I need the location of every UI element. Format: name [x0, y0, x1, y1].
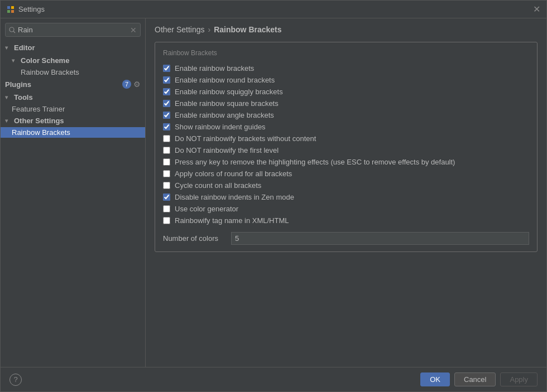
option-label: Show rainbow indent guides	[175, 123, 266, 131]
sidebar-item-label: Editor	[14, 43, 35, 52]
settings-panel: Rainbow Brackets Enable rainbow brackets…	[155, 42, 538, 252]
option-press-any-key[interactable]: Press any key to remove the highlighting…	[163, 156, 529, 168]
option-label: Do NOT rainbowify brackets without conte…	[175, 134, 316, 143]
apply-button[interactable]: Apply	[500, 372, 538, 386]
checkbox-show-rainbow-indent[interactable]	[163, 123, 170, 130]
panel-title: Rainbow Brackets	[163, 49, 529, 57]
chevron-down-icon: ▾	[12, 57, 18, 64]
option-label: Enable rainbow square brackets	[175, 99, 279, 108]
option-label: Enable rainbow angle brackets	[175, 111, 274, 119]
option-do-not-rainbowify-no-content[interactable]: Do NOT rainbowify brackets without conte…	[163, 133, 529, 144]
content-area: Other Settings › Rainbow Brackets Rainbo…	[146, 18, 546, 367]
cancel-button[interactable]: Cancel	[454, 372, 496, 386]
close-button[interactable]: ✕	[532, 5, 541, 14]
breadcrumb-current: Rainbow Brackets	[214, 25, 281, 34]
app-icon	[6, 5, 15, 14]
sidebar-item-plugins[interactable]: Plugins 7 ⚙	[1, 78, 145, 91]
footer-right: OK Cancel Apply	[420, 372, 538, 386]
plugins-controls: 7 ⚙	[122, 80, 141, 89]
footer-left: ?	[9, 374, 22, 386]
checkbox-enable-rainbow-brackets[interactable]	[163, 65, 170, 72]
svg-rect-2	[7, 10, 10, 13]
checkbox-cycle-count-all[interactable]	[163, 182, 170, 189]
option-label: Enable rainbow round brackets	[175, 76, 275, 84]
checkbox-enable-rainbow-angle[interactable]	[163, 112, 170, 119]
checkbox-press-any-key[interactable]	[163, 158, 170, 166]
option-label: Disable rainbow indents in Zen mode	[175, 193, 294, 201]
sidebar-item-color-scheme[interactable]: ▾ Color Scheme	[1, 54, 145, 67]
option-label: Apply colors of round for all brackets	[175, 170, 292, 178]
checkbox-do-not-rainbowify-no-content[interactable]	[163, 135, 170, 142]
sidebar-item-rainbow-brackets[interactable]: Rainbow Brackets	[1, 127, 145, 138]
checkbox-enable-rainbow-squiggly[interactable]	[163, 88, 170, 95]
sidebar-item-other-settings[interactable]: ▾ Other Settings	[1, 114, 145, 127]
option-enable-rainbow-brackets[interactable]: Enable rainbow brackets	[163, 62, 529, 74]
checkbox-do-not-rainbowify-first[interactable]	[163, 147, 170, 154]
sidebar-item-label: Color Scheme	[21, 56, 69, 65]
chevron-down-icon: ▾	[5, 118, 12, 124]
option-label: Rainbowify tag name in XML/HTML	[175, 216, 289, 225]
sidebar-item-label: Other Settings	[14, 117, 64, 125]
search-input[interactable]	[18, 25, 128, 35]
checkbox-disable-rainbow-zen[interactable]	[163, 193, 170, 201]
number-of-colors-input[interactable]	[231, 232, 529, 245]
option-enable-rainbow-squiggly[interactable]: Enable rainbow squiggly brackets	[163, 86, 529, 98]
breadcrumb: Other Settings › Rainbow Brackets	[155, 25, 538, 34]
svg-point-4	[9, 27, 14, 32]
option-label: Do NOT rainbowify the first level	[175, 146, 279, 154]
chevron-down-icon: ▾	[5, 45, 12, 51]
option-apply-colors-round-all[interactable]: Apply colors of round for all brackets	[163, 168, 529, 180]
sidebar-item-tools[interactable]: ▾ Tools	[1, 91, 145, 104]
help-button[interactable]: ?	[9, 374, 22, 386]
option-label: Enable rainbow brackets	[175, 64, 254, 72]
breadcrumb-separator: ›	[208, 25, 211, 34]
search-input-wrap: ✕	[5, 23, 141, 37]
option-do-not-rainbowify-first[interactable]: Do NOT rainbowify the first level	[163, 144, 529, 156]
checkbox-enable-rainbow-round[interactable]	[163, 76, 170, 84]
settings-dialog: Settings ✕ ✕ ▾ Editor	[0, 0, 547, 392]
search-icon	[9, 27, 16, 33]
sidebar-item-label: Features Trainer	[12, 105, 65, 113]
title-bar-left: Settings	[6, 5, 45, 14]
number-of-colors-label: Number of colors	[163, 234, 224, 243]
checkbox-enable-rainbow-square[interactable]	[163, 100, 170, 107]
sidebar-item-label: Rainbow Brackets	[12, 128, 70, 137]
search-clear-button[interactable]: ✕	[130, 26, 137, 34]
search-bar: ✕	[1, 18, 145, 41]
checkbox-use-color-generator[interactable]	[163, 205, 170, 212]
sidebar-item-editor[interactable]: ▾ Editor	[1, 41, 145, 54]
gear-icon[interactable]: ⚙	[133, 80, 141, 89]
option-label: Press any key to remove the highlighting…	[175, 158, 455, 166]
option-show-rainbow-indent[interactable]: Show rainbow indent guides	[163, 121, 529, 133]
dialog-title: Settings	[18, 5, 45, 13]
option-enable-rainbow-square[interactable]: Enable rainbow square brackets	[163, 98, 529, 109]
sidebar-item-label: Tools	[14, 93, 33, 101]
option-cycle-count-all[interactable]: Cycle count on all brackets	[163, 180, 529, 191]
footer: ? OK Cancel Apply	[1, 367, 546, 391]
sidebar-item-features-trainer[interactable]: Features Trainer	[1, 104, 145, 114]
checkbox-rainbowify-xml-html[interactable]	[163, 217, 170, 224]
sidebar-item-label: Plugins	[5, 80, 31, 89]
svg-line-5	[13, 31, 15, 33]
title-bar: Settings ✕	[1, 1, 546, 18]
checkbox-apply-colors-round-all[interactable]	[163, 170, 170, 177]
plugins-label-group: Plugins	[5, 80, 31, 89]
sidebar-item-label: Rainbow Brackets	[21, 68, 79, 76]
option-rainbowify-xml-html[interactable]: Rainbowify tag name in XML/HTML	[163, 215, 529, 226]
option-enable-rainbow-angle[interactable]: Enable rainbow angle brackets	[163, 109, 529, 121]
option-use-color-generator[interactable]: Use color generator	[163, 203, 529, 215]
plugins-badge: 7	[122, 80, 131, 89]
svg-rect-3	[11, 10, 14, 13]
sidebar: ✕ ▾ Editor ▾ Color Scheme Rainbow Bracke…	[1, 18, 146, 367]
option-label: Cycle count on all brackets	[175, 181, 261, 190]
ok-button[interactable]: OK	[420, 372, 450, 386]
option-disable-rainbow-zen[interactable]: Disable rainbow indents in Zen mode	[163, 191, 529, 203]
option-label: Use color generator	[175, 205, 238, 213]
main-content: ✕ ▾ Editor ▾ Color Scheme Rainbow Bracke…	[1, 18, 546, 367]
number-of-colors-row: Number of colors	[163, 229, 529, 245]
svg-rect-0	[7, 6, 10, 9]
option-enable-rainbow-round[interactable]: Enable rainbow round brackets	[163, 74, 529, 86]
option-label: Enable rainbow squiggly brackets	[175, 88, 283, 96]
svg-rect-1	[11, 6, 14, 9]
sidebar-item-rainbow-brackets-scheme[interactable]: Rainbow Brackets	[1, 67, 145, 78]
